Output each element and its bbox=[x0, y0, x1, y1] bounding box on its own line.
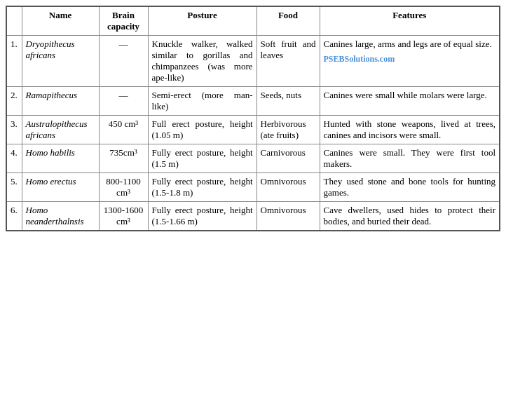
row-posture: Semi-erect (more man-like) bbox=[148, 87, 257, 116]
row-name: Homo habilis bbox=[22, 144, 99, 173]
row-brain: 735cm³ bbox=[99, 144, 148, 173]
row-food: Omnivorous bbox=[257, 202, 320, 231]
col-header-food: Food bbox=[257, 6, 320, 36]
row-features: Cave dwellers, used hides to protect the… bbox=[320, 202, 500, 231]
row-num: 1. bbox=[6, 36, 22, 87]
row-num: 3. bbox=[6, 116, 22, 144]
row-name: Dryopithecus africans bbox=[22, 36, 99, 87]
hominid-table: Name Brain capacity Posture Food Feature… bbox=[6, 6, 500, 231]
col-header-brain: Brain capacity bbox=[99, 6, 148, 36]
row-posture: Full erect posture, height (1.05 m) bbox=[148, 116, 257, 144]
table-row: 5.Homo erectus800-1100 cm³Fully erect po… bbox=[6, 173, 500, 202]
row-brain: 800-1100 cm³ bbox=[99, 173, 148, 202]
row-food: Omnivorous bbox=[257, 173, 320, 202]
table-row: 4.Homo habilis735cm³Fully erect posture,… bbox=[6, 144, 500, 173]
row-brain: — bbox=[99, 36, 148, 87]
row-name: Homo erectus bbox=[22, 173, 99, 202]
table-row: 1.Dryopithecus africans—Knuckle walker, … bbox=[6, 36, 500, 87]
col-header-name: Name bbox=[22, 6, 99, 36]
row-food: Soft fruit and leaves bbox=[257, 36, 320, 87]
row-food: Carnivorous bbox=[257, 144, 320, 173]
row-posture: Knuckle walker, walked similar to gorill… bbox=[148, 36, 257, 87]
row-posture: Fully erect posture, height (1.5-1.8 m) bbox=[148, 173, 257, 202]
table-row: 6.Homo neanderthalnsis1300-1600 cm³Fully… bbox=[6, 202, 500, 231]
row-brain: — bbox=[99, 87, 148, 116]
row-posture: Fully erect posture, height (1.5-1.66 m) bbox=[148, 202, 257, 231]
row-features: Canines were small. They were first tool… bbox=[320, 144, 500, 173]
row-num: 2. bbox=[6, 87, 22, 116]
col-header-num bbox=[6, 6, 22, 36]
row-num: 6. bbox=[6, 202, 22, 231]
row-name: Homo neanderthalnsis bbox=[22, 202, 99, 231]
row-posture: Fully erect posture, height (1.5 m) bbox=[148, 144, 257, 173]
col-header-features: Features bbox=[320, 6, 500, 36]
row-brain: 1300-1600 cm³ bbox=[99, 202, 148, 231]
row-num: 5. bbox=[6, 173, 22, 202]
row-features: Canines were small while molars were lar… bbox=[320, 87, 500, 116]
row-features: Canines large, arms and legs are of equa… bbox=[320, 36, 500, 87]
pseb-solutions-label: PSEBSolutions.com bbox=[324, 54, 496, 65]
table-row: 3.Australopithecus africans450 cm³Full e… bbox=[6, 116, 500, 144]
row-features: They used stone and bone tools for hunti… bbox=[320, 173, 500, 202]
row-num: 4. bbox=[6, 144, 22, 173]
row-brain: 450 cm³ bbox=[99, 116, 148, 144]
table-row: 2.Ramapithecus—Semi-erect (more man-like… bbox=[6, 87, 500, 116]
col-header-posture: Posture bbox=[148, 6, 257, 36]
row-food: Herbivorous (ate fruits) bbox=[257, 116, 320, 144]
row-name: Australopithecus africans bbox=[22, 116, 99, 144]
row-features: Hunted with stone weapons, lived at tree… bbox=[320, 116, 500, 144]
row-name: Ramapithecus bbox=[22, 87, 99, 116]
row-food: Seeds, nuts bbox=[257, 87, 320, 116]
